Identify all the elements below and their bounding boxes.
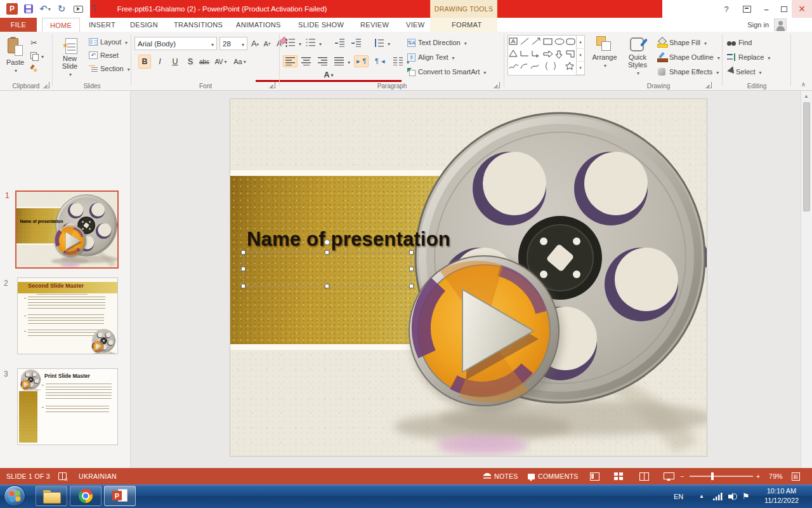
clipboard-dialog-launcher-icon[interactable] (43, 82, 49, 88)
italic-button[interactable]: I (154, 55, 166, 69)
numbering-button[interactable] (306, 37, 322, 49)
tab-animations[interactable]: ANIMATIONS (228, 18, 289, 32)
fit-to-window-button[interactable] (792, 468, 800, 485)
close-button[interactable]: ✕ (792, 0, 812, 18)
increase-indent-button[interactable] (351, 37, 361, 49)
text-shadow-button[interactable]: S (184, 55, 197, 69)
resize-handle-top-left[interactable] (241, 250, 246, 255)
scrollbar-thumb[interactable] (803, 102, 810, 211)
zoom-slider-track[interactable] (690, 476, 753, 477)
paragraph-dialog-launcher-icon[interactable] (494, 82, 500, 88)
shrink-font-button[interactable]: A (261, 37, 273, 50)
character-spacing-button[interactable]: AV (214, 55, 227, 69)
slide-1-thumbnail[interactable]: Name of presentation (15, 190, 119, 269)
save-button[interactable] (20, 2, 37, 16)
underline-button[interactable]: U (169, 55, 181, 69)
language-indicator[interactable]: UKRAINIAN (79, 468, 117, 485)
tab-format[interactable]: FORMAT (444, 18, 489, 32)
notes-button[interactable]: NOTES (483, 468, 518, 485)
reading-view-button[interactable] (639, 468, 649, 485)
cut-button[interactable]: ✂ (30, 37, 37, 49)
vertical-scrollbar[interactable]: ▲ (801, 91, 812, 468)
resize-handle-mid-left[interactable] (241, 267, 246, 271)
bold-button[interactable]: B (138, 55, 151, 69)
select-button[interactable]: Select (727, 65, 762, 78)
tab-transitions[interactable]: TRANSITIONS (166, 18, 230, 32)
slide-title-text[interactable]: Name of presentation (247, 228, 450, 251)
subtitle-placeholder-selection[interactable] (243, 252, 412, 286)
text-direction-button[interactable]: ⇅AText Direction (407, 36, 467, 49)
reset-button[interactable]: ↶Reset (89, 49, 119, 61)
section-button[interactable]: Section (89, 62, 130, 74)
slide-2-thumbnail[interactable]: Second Slide Master (17, 277, 118, 354)
resize-handle-bottom-center[interactable] (325, 284, 329, 288)
slide-show-button[interactable] (664, 468, 673, 485)
resize-handle-top-right[interactable] (409, 250, 414, 255)
zoom-in-button[interactable]: + (756, 468, 760, 485)
new-slide-button[interactable]: ★ New Slide (55, 34, 85, 79)
taskbar-explorer-button[interactable] (36, 486, 67, 506)
tray-language[interactable]: EN (674, 485, 683, 508)
change-case-button[interactable]: Aa (233, 55, 246, 69)
strikethrough-button[interactable]: abc (198, 55, 211, 69)
taskbar-powerpoint-button[interactable]: P (104, 486, 136, 506)
taskbar-chrome-button[interactable] (70, 486, 102, 506)
font-size-combo[interactable]: 28 (219, 37, 247, 50)
justify-button[interactable] (332, 55, 352, 67)
tab-slide-show[interactable]: SLIDE SHOW (291, 18, 351, 32)
normal-view-button[interactable] (590, 468, 599, 485)
find-button[interactable]: Find (727, 36, 752, 49)
line-spacing-button[interactable] (374, 37, 390, 49)
main-slide[interactable]: Name of presentation (230, 98, 707, 457)
decrease-indent-button[interactable] (335, 37, 344, 49)
redo-button[interactable]: ↻ (53, 2, 70, 16)
rtl-direction-button[interactable]: ¶◂ (373, 55, 386, 67)
slide-3-thumbnail[interactable]: Print Slide Master (17, 368, 118, 445)
ribbon-display-options-button[interactable] (737, 0, 756, 18)
resize-handle-top-center[interactable] (325, 250, 329, 255)
align-left-button[interactable] (283, 55, 298, 67)
resize-handle-bottom-right[interactable] (409, 284, 414, 288)
shapes-gallery[interactable]: ▴▾▾ (508, 35, 585, 76)
bullets-button[interactable] (285, 37, 301, 49)
shape-fill-button[interactable]: Shape Fill (657, 36, 707, 49)
collapse-ribbon-button[interactable]: ∧ (801, 81, 806, 88)
undo-button[interactable]: ↶▾ (37, 2, 53, 16)
tab-insert[interactable]: INSERT (81, 18, 123, 32)
tab-file[interactable]: FILE (0, 18, 37, 32)
restore-button[interactable] (775, 0, 793, 18)
ltr-direction-button[interactable]: ▸¶ (354, 55, 369, 67)
gallery-up-icon[interactable]: ▴ (577, 36, 584, 49)
resize-handle-bottom-left[interactable] (241, 284, 246, 288)
tab-view[interactable]: VIEW (398, 18, 432, 32)
shape-effects-button[interactable]: Shape Effects (657, 65, 719, 78)
comments-button[interactable]: COMMENTS (528, 468, 579, 485)
quick-styles-button[interactable]: Quick Styles (622, 34, 653, 79)
start-from-beginning-button[interactable] (70, 2, 86, 16)
spell-check-button[interactable] (58, 468, 67, 485)
grow-font-button[interactable]: A (249, 37, 261, 50)
copy-button[interactable] (30, 50, 44, 62)
sign-in-link[interactable]: Sign in (747, 18, 769, 32)
slide-sorter-view-button[interactable] (614, 468, 624, 485)
start-button[interactable] (4, 485, 25, 507)
minimize-button[interactable]: – (757, 0, 775, 18)
format-painter-button[interactable] (30, 62, 38, 74)
resize-handle-mid-right[interactable] (409, 267, 414, 271)
zoom-out-button[interactable]: − (680, 468, 684, 485)
gallery-more-icon[interactable]: ▾ (577, 62, 584, 75)
layout-button[interactable]: Layout (89, 36, 128, 48)
tray-volume-button[interactable] (728, 485, 737, 508)
tray-clock[interactable]: 10:10 AM 11/12/2022 (756, 486, 807, 505)
scroll-up-icon[interactable]: ▲ (804, 93, 809, 99)
arrange-button[interactable]: Arrange (590, 34, 619, 79)
tray-network-button[interactable] (713, 485, 723, 508)
shape-outline-button[interactable]: Shape Outline (657, 51, 720, 64)
align-text-button[interactable]: ⇕Align Text (407, 51, 455, 64)
align-center-button[interactable] (299, 55, 313, 67)
zoom-level[interactable]: 79% (769, 468, 783, 485)
tray-show-hidden-icons[interactable]: ▲ (699, 485, 704, 508)
help-button[interactable]: ? (717, 0, 736, 18)
tab-design[interactable]: DESIGN (122, 18, 166, 32)
convert-to-smartart-button[interactable]: Convert to SmartArt (407, 65, 486, 78)
